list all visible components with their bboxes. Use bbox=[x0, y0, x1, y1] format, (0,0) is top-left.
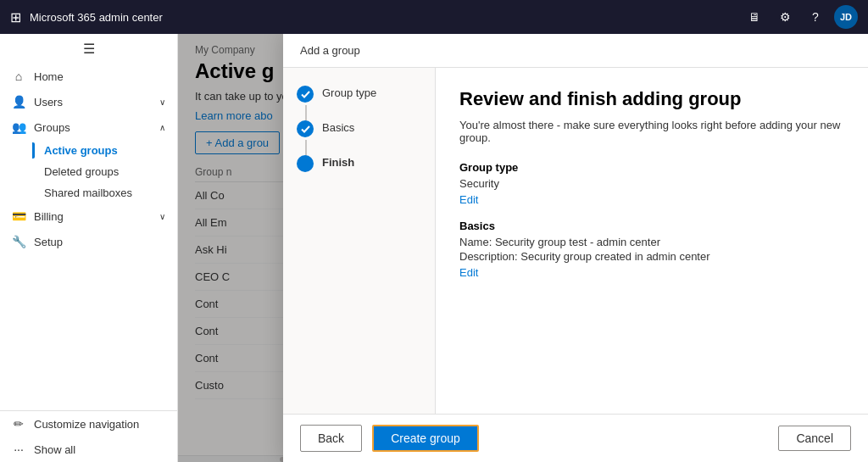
main-layout: ☰ ⌂ Home 👤 Users ∨ 👥 Groups ∧ Active gro… bbox=[0, 34, 868, 462]
review-group-type-title: Group type bbox=[459, 161, 844, 174]
step-circle-group-type bbox=[297, 86, 314, 103]
sidebar-item-label-customize-nav: Customize navigation bbox=[34, 418, 139, 431]
review-group-type-section: Group type Security Edit bbox=[459, 161, 844, 206]
step-label-group-type: Group type bbox=[322, 85, 376, 99]
active-groups-label: Active groups bbox=[44, 144, 118, 157]
shared-mailboxes-label: Shared mailboxes bbox=[44, 186, 132, 199]
sidebar: ☰ ⌂ Home 👤 Users ∨ 👥 Groups ∧ Active gro… bbox=[0, 34, 178, 462]
home-icon: ⌂ bbox=[12, 70, 25, 83]
sidebar-item-setup[interactable]: 🔧 Setup bbox=[0, 229, 177, 254]
monitor-icon-button[interactable]: 🖥 bbox=[743, 5, 766, 29]
sidebar-item-label-groups: Groups bbox=[34, 121, 70, 134]
review-basics-title: Basics bbox=[459, 220, 844, 232]
step-circle-finish bbox=[297, 155, 314, 172]
review-basics-name: Name: Security group test - admin center bbox=[459, 236, 844, 248]
review-group-type-value: Security bbox=[459, 177, 844, 190]
dialog-body: Group type Basics Finish bbox=[283, 68, 868, 414]
back-button[interactable]: Back bbox=[300, 425, 362, 452]
sidebar-item-label-home: Home bbox=[34, 70, 64, 83]
settings-icon-button[interactable]: ⚙ bbox=[773, 5, 797, 29]
sidebar-item-label-show-all: Show all bbox=[34, 443, 75, 456]
sidebar-nav: ⌂ Home 👤 Users ∨ 👥 Groups ∧ Active group… bbox=[0, 64, 177, 254]
sidebar-bottom: ✏ Customize navigation ··· Show all bbox=[0, 410, 177, 462]
step-group-type: Group type bbox=[297, 85, 421, 103]
app-title: Microsoft 365 admin center bbox=[30, 11, 734, 24]
review-basics-section: Basics Name: Security group test - admin… bbox=[459, 220, 844, 279]
wizard-review-content: Review and finish adding group You're al… bbox=[436, 68, 868, 414]
step-basics: Basics bbox=[297, 120, 421, 137]
sidebar-item-deleted-groups[interactable]: Deleted groups bbox=[32, 161, 177, 182]
wizard-steps-panel: Group type Basics Finish bbox=[283, 68, 436, 414]
sidebar-item-groups[interactable]: 👥 Groups ∧ bbox=[0, 114, 177, 140]
review-subtitle: You're almost there - make sure everythi… bbox=[459, 119, 844, 144]
footer-left-buttons: Back Create group bbox=[300, 425, 479, 452]
dialog-overlay: Add a group Group type bbox=[178, 34, 868, 462]
sidebar-item-billing[interactable]: 💳 Billing ∨ bbox=[0, 203, 177, 229]
sidebar-item-label-setup: Setup bbox=[34, 236, 63, 248]
groups-chevron-icon: ∧ bbox=[159, 123, 165, 132]
help-icon-button[interactable]: ? bbox=[804, 5, 827, 29]
groups-submenu: Active groups Deleted groups Shared mail… bbox=[0, 140, 177, 203]
billing-icon: 💳 bbox=[12, 209, 25, 223]
topbar: ⊞ Microsoft 365 admin center 🖥 ⚙ ? JD bbox=[0, 0, 868, 34]
dialog-title: Add a group bbox=[300, 44, 360, 57]
step-finish: Finish bbox=[297, 154, 421, 172]
deleted-groups-label: Deleted groups bbox=[44, 165, 119, 178]
add-group-dialog: Add a group Group type bbox=[283, 34, 868, 462]
dialog-header: Add a group bbox=[283, 34, 868, 68]
sidebar-item-shared-mailboxes[interactable]: Shared mailboxes bbox=[32, 182, 177, 203]
sidebar-item-home[interactable]: ⌂ Home bbox=[0, 64, 177, 89]
review-basics-description: Description: Security group created in a… bbox=[459, 250, 844, 263]
groups-icon: 👥 bbox=[12, 120, 25, 134]
sidebar-item-label-billing: Billing bbox=[34, 210, 64, 223]
review-basics-edit-link[interactable]: Edit bbox=[459, 266, 844, 279]
hamburger-button[interactable]: ☰ bbox=[0, 34, 177, 64]
sidebar-item-show-all[interactable]: ··· Show all bbox=[0, 437, 177, 462]
cancel-button[interactable]: Cancel bbox=[778, 426, 851, 451]
show-all-icon: ··· bbox=[12, 443, 25, 456]
users-chevron-icon: ∨ bbox=[159, 97, 165, 107]
content-area: My Company Active g It can take up to yo… bbox=[178, 34, 868, 462]
billing-chevron-icon: ∨ bbox=[159, 212, 165, 221]
review-title: Review and finish adding group bbox=[459, 88, 844, 110]
topbar-icons: 🖥 ⚙ ? JD bbox=[743, 5, 858, 29]
setup-icon: 🔧 bbox=[12, 235, 25, 248]
step-label-basics: Basics bbox=[322, 120, 354, 134]
sidebar-item-customize-nav[interactable]: ✏ Customize navigation bbox=[0, 411, 177, 437]
customize-nav-icon: ✏ bbox=[12, 417, 25, 431]
sidebar-item-active-groups[interactable]: Active groups bbox=[32, 140, 177, 161]
sidebar-item-users[interactable]: 👤 Users ∨ bbox=[0, 89, 177, 114]
grid-icon: ⊞ bbox=[10, 9, 21, 25]
step-circle-basics bbox=[297, 120, 314, 137]
users-icon: 👤 bbox=[12, 95, 25, 109]
review-group-type-edit-link[interactable]: Edit bbox=[459, 193, 844, 206]
user-avatar[interactable]: JD bbox=[834, 5, 858, 29]
sidebar-item-label-users: Users bbox=[34, 96, 63, 109]
dialog-footer: Back Create group Cancel bbox=[283, 414, 868, 462]
create-group-button[interactable]: Create group bbox=[372, 425, 479, 452]
step-label-finish: Finish bbox=[322, 154, 354, 169]
